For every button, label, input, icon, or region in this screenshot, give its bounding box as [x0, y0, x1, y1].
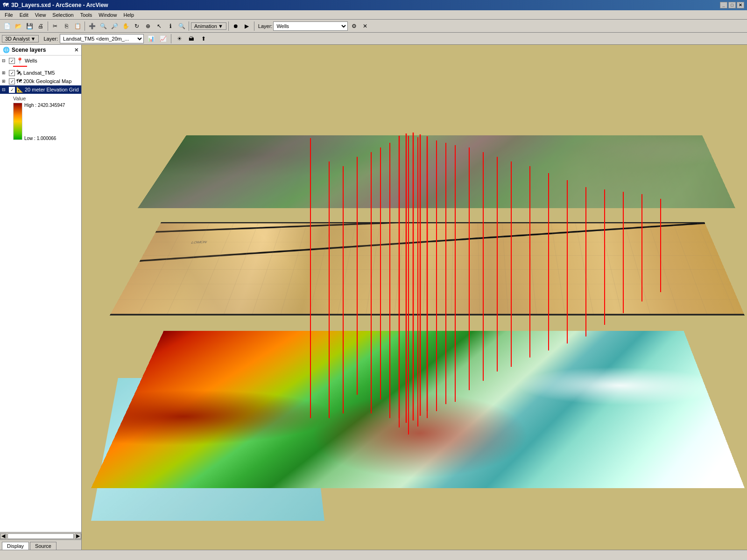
panel-title: Scene layers: [12, 47, 46, 53]
globe-icon: 🌐: [3, 47, 10, 53]
legend-label: Value: [13, 96, 78, 101]
analyst-dropdown[interactable]: 3D Analyst ▼: [2, 35, 39, 42]
histogram-button[interactable]: 📊: [146, 34, 156, 44]
layer-label: Layer:: [258, 23, 273, 29]
sun-button[interactable]: ☀: [174, 34, 184, 44]
layer-select[interactable]: Wells: [273, 21, 348, 31]
open-button[interactable]: 📂: [13, 21, 23, 31]
menu-help[interactable]: Help: [120, 11, 137, 19]
scene-canvas: LOMON: [82, 45, 747, 550]
layer-icon-elevation: 📐: [16, 86, 23, 93]
identify-button[interactable]: ℹ: [165, 21, 176, 31]
checkbox-geological[interactable]: [9, 78, 15, 84]
add-data-button[interactable]: ➕: [87, 21, 97, 31]
select-button[interactable]: ↖: [154, 21, 164, 31]
menu-edit[interactable]: Edit: [17, 11, 31, 19]
elevation-legend: Value High : 2420.345947 Low : 1.000066: [0, 94, 81, 143]
profile-button[interactable]: 📈: [158, 34, 168, 44]
panel-scrollbar-container: ◀ ▶: [0, 532, 81, 539]
layer-icon-wells: 📍: [16, 57, 23, 64]
sep4: [228, 21, 229, 31]
layer-icon-geological: 🗺: [16, 78, 22, 84]
layer-item-landsat[interactable]: ⊞ 🛰 Landsat_TM5: [0, 69, 81, 77]
sep1: [48, 21, 48, 31]
dem-layer: [91, 331, 745, 488]
layer-item-elevation[interactable]: ⊟ 📐 20 meter Elevation Grid: [0, 85, 81, 94]
checkbox-landsat[interactable]: [9, 70, 15, 76]
paste-button[interactable]: 📋: [72, 21, 83, 31]
layer-label-landsat: Landsat_TM5: [23, 70, 55, 76]
main-content: 🌐 Scene layers ✕ ⊟ 📍 Wells ⊞ 🛰 Landsat_T…: [0, 45, 747, 550]
zoom-out-button[interactable]: 🔎: [109, 21, 120, 31]
layer-props-button[interactable]: ⚙: [349, 21, 359, 31]
cut-button[interactable]: ✂: [50, 21, 60, 31]
analyst-dropdown-icon: ▼: [31, 36, 36, 42]
menu-selection[interactable]: Selection: [49, 11, 76, 19]
toolbar2: 3D Analyst ▼ Layer: Landsat_TM5 <dem_20m…: [0, 33, 747, 45]
terrain-button[interactable]: 🏔: [186, 34, 197, 44]
expand-wells-icon[interactable]: ⊟: [2, 58, 7, 63]
fault-line-2: [140, 222, 745, 262]
toolbar1: 📄 📂 💾 🖨 ✂ ⎘ 📋 ➕ 🔍 🔎 ✋ ↻ ⊕ ↖ ℹ 🔍 Animatio…: [0, 20, 747, 33]
checkbox-elevation[interactable]: [9, 87, 15, 93]
save-button[interactable]: 💾: [24, 21, 35, 31]
sep3: [189, 21, 189, 31]
tab-display[interactable]: Display: [2, 542, 29, 550]
menu-tools[interactable]: Tools: [78, 11, 95, 19]
menu-window[interactable]: Window: [96, 11, 120, 19]
find-button[interactable]: 🔍: [176, 21, 187, 31]
wells-line-symbol: [13, 66, 27, 67]
animation-label: Animation: [194, 23, 217, 29]
checkbox-wells[interactable]: [9, 58, 15, 64]
scroll-right-button[interactable]: ▶: [75, 533, 81, 539]
legend-display: High : 2420.345947 Low : 1.000066: [13, 103, 78, 141]
layer-item-geological[interactable]: ⊞ 🗺 200k Geological Map: [0, 77, 81, 85]
layer-label-elevation: 20 meter Elevation Grid: [25, 87, 79, 92]
layer2-select[interactable]: Landsat_TM5 <dem_20m_...: [60, 34, 144, 43]
layer-label-wells: Wells: [25, 58, 37, 63]
expand-geological-icon[interactable]: ⊞: [2, 79, 7, 84]
minimize-button[interactable]: _: [720, 2, 727, 8]
expand-landsat-icon[interactable]: ⊞: [2, 70, 7, 75]
3d-viewport[interactable]: LOMON: [82, 45, 747, 550]
layer2-label: Layer:: [43, 36, 58, 42]
wells-legend: [0, 65, 81, 69]
restore-button[interactable]: □: [728, 2, 736, 8]
titlebar-controls[interactable]: _ □ ✕: [720, 2, 744, 8]
animation-button[interactable]: Animation ▼: [191, 22, 226, 30]
extrude-button[interactable]: ⬆: [198, 34, 209, 44]
panel-close-button[interactable]: ✕: [74, 47, 78, 53]
titlebar: 🗺 3D_Layers.sxd - ArcScene - ArcView _ □…: [0, 0, 747, 10]
close-button[interactable]: ✕: [737, 2, 744, 8]
satellite-layer: [138, 135, 735, 208]
record-button[interactable]: ⏺: [231, 21, 241, 31]
layer-icon-landsat: 🛰: [16, 70, 22, 76]
print-button[interactable]: 🖨: [35, 21, 46, 31]
menubar: File Edit View Selection Tools Window He…: [0, 10, 747, 20]
pan-button[interactable]: ✋: [120, 21, 131, 31]
new-button[interactable]: 📄: [2, 21, 12, 31]
layer-label-geological: 200k Geological Map: [23, 78, 71, 84]
map-text: LOMON: [190, 240, 207, 245]
layer-tree: ⊟ 📍 Wells ⊞ 🛰 Landsat_TM5 ⊞ 🗺 20: [0, 56, 81, 532]
copy-button[interactable]: ⎘: [61, 21, 71, 31]
menu-file[interactable]: File: [2, 11, 16, 19]
expand-elevation-icon[interactable]: ⊟: [2, 87, 7, 92]
menu-view[interactable]: View: [32, 11, 49, 19]
rotate-button[interactable]: ↻: [132, 21, 142, 31]
play-button[interactable]: ▶: [242, 21, 252, 31]
zoom-in-button[interactable]: 🔍: [98, 21, 108, 31]
layer-item-wells[interactable]: ⊟ 📍 Wells: [0, 56, 81, 65]
layer-remove-button[interactable]: ✕: [360, 21, 370, 31]
tab-source[interactable]: Source: [30, 542, 56, 550]
scroll-left-button[interactable]: ◀: [0, 533, 7, 539]
animation-dropdown-icon: ▼: [218, 23, 223, 29]
titlebar-title: 🗺 3D_Layers.sxd - ArcScene - ArcView: [3, 2, 108, 8]
horizontal-scrollbar[interactable]: [7, 533, 74, 539]
navigate-button[interactable]: ⊕: [143, 21, 153, 31]
map-grid: [110, 222, 745, 315]
app-title: 3D_Layers.sxd - ArcScene - ArcView: [11, 2, 108, 8]
fault-line-1: [155, 222, 699, 233]
sep2: [85, 21, 85, 31]
analyst-label: 3D Analyst: [5, 36, 30, 42]
